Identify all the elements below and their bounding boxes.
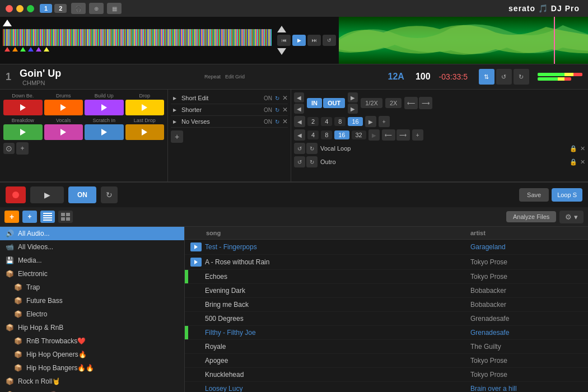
sidebar-item-rnb-throwbacks[interactable]: 📦 RnB Throwbacks❤️	[0, 334, 184, 348]
cue-btn-3[interactable]	[85, 100, 124, 115]
headphone-icon[interactable]: 🎧	[71, 3, 86, 14]
settings-btn[interactable]: ⚙ ▾	[559, 211, 584, 223]
cue-btn-1[interactable]	[3, 100, 43, 115]
track-row-0[interactable]: Test - Fingerpops Garageland	[185, 240, 588, 255]
minimize-button[interactable]	[16, 5, 24, 12]
track-row-2[interactable]: Echoes Tokyo Prose	[185, 270, 588, 284]
waveform-mini[interactable]	[3, 29, 272, 46]
cue-btn-8[interactable]	[125, 124, 165, 140]
loop-back-btn[interactable]: ◀	[294, 92, 304, 102]
add-crate-btn[interactable]: +	[22, 211, 37, 223]
track-row-4[interactable]: Bring me Back Bobabacker	[185, 298, 588, 312]
bg-add2-btn[interactable]: +	[412, 129, 423, 141]
cue-1[interactable]: Down Be.	[3, 93, 43, 115]
sidebar-item-electro[interactable]: 📦 Electro	[0, 307, 184, 321]
track-row-9[interactable]: Knucklehead Tokyo Prose	[185, 368, 588, 382]
outro-loop-lock[interactable]: 🔒	[570, 158, 577, 166]
sync-arrow-btn[interactable]: ⇅	[479, 69, 494, 85]
cue-7[interactable]: Scratch In	[85, 118, 124, 140]
add-cue-btn[interactable]: +	[16, 142, 29, 155]
loop-play-3[interactable]: ▶	[171, 118, 179, 125]
save-btn[interactable]: Save	[519, 188, 549, 202]
track-row-3[interactable]: Evening Dark Bobabacker	[185, 284, 588, 298]
sidebar-item-all-audio[interactable]: 🔊 All Audio...	[0, 227, 184, 240]
loop-fwd2-btn[interactable]: ▶	[348, 104, 358, 114]
repeat-label[interactable]: Repeat	[204, 74, 221, 80]
bg-back2-btn[interactable]: ◀	[294, 129, 305, 141]
sidebar-item-hip-hop-openers[interactable]: 📦 Hip Hop Openers🔥	[0, 348, 184, 361]
cue-8[interactable]: Last Drop	[125, 118, 165, 140]
sidebar-item-electronic[interactable]: 📦 Electronic	[0, 267, 184, 281]
needle-icon[interactable]: ⊙	[3, 143, 15, 154]
loop-item-3[interactable]: ▶ No Verses ON ↻ ✕	[171, 116, 288, 128]
sidebar-item-hip-hop[interactable]: 📦 Hip Hop & RnB	[0, 321, 184, 334]
sync-rotate-btn[interactable]: ↺	[496, 69, 512, 85]
cue-3[interactable]: Build Up	[85, 93, 124, 115]
rec-btn[interactable]	[6, 186, 26, 203]
loop-fwd-btn[interactable]: ◀	[294, 104, 304, 114]
list-view-btn[interactable]	[40, 211, 55, 223]
outro-back[interactable]: ↺	[294, 156, 305, 167]
add-track-btn[interactable]: +	[4, 211, 19, 223]
cue-btn-2[interactable]	[44, 100, 83, 115]
track-row-10[interactable]: Loosey Lucy Brain over a hill	[185, 382, 588, 392]
out-btn[interactable]: OUT	[323, 98, 345, 108]
edit-grid-label[interactable]: Edit Grid	[225, 74, 245, 80]
pitch-down-btn[interactable]	[277, 48, 286, 55]
sidebar-item-future-bass[interactable]: 📦 Future Bass	[0, 294, 184, 307]
loop-item-2[interactable]: ▶ Shorter ON ↻ ✕	[171, 104, 288, 116]
loop-sync-2[interactable]: ↻	[275, 107, 279, 113]
add-loop-btn[interactable]: +	[171, 130, 183, 143]
cue-2[interactable]: Drums	[44, 93, 83, 115]
bg-fwd2-btn[interactable]: ▶	[368, 129, 380, 141]
track-row-7[interactable]: Royale The Guilty	[185, 340, 588, 354]
loop-sync-1[interactable]: ↻	[275, 95, 279, 101]
waveform-left[interactable]	[0, 17, 274, 64]
track-row-5[interactable]: 500 Degrees Grenadesafe	[185, 312, 588, 326]
cue-4[interactable]: Drop	[125, 93, 165, 115]
sidebar-item-hip-hop-bangers[interactable]: 📦 Hip Hop Bangers🔥🔥	[0, 361, 184, 375]
loop-rev-btn[interactable]: ▶	[348, 92, 358, 102]
vocal-loop-x[interactable]: ✕	[580, 145, 585, 152]
bg-left-btn[interactable]: ⟵	[382, 129, 395, 141]
grid-icon[interactable]: ▦	[107, 3, 122, 14]
sidebar-item-rock[interactable]: 📦 Rock n Roll🤘	[0, 375, 184, 388]
play-pause-btn[interactable]: ▶	[292, 35, 306, 46]
bg-add-btn[interactable]: +	[379, 116, 390, 127]
double-x-btn[interactable]: 2X	[385, 98, 402, 108]
pitch-up-btn[interactable]	[277, 26, 286, 32]
prev-track-btn[interactable]: ⏮	[277, 35, 291, 46]
waveform-scroll-left[interactable]	[3, 20, 12, 26]
loop-del-1[interactable]: ✕	[282, 94, 288, 102]
cue-btn-7[interactable]	[85, 124, 124, 140]
next-track-btn[interactable]: ⏭	[307, 35, 321, 46]
cue-btn-4[interactable]	[125, 100, 165, 115]
loop-s-btn[interactable]: Loop S	[552, 188, 582, 202]
cue-btn-6[interactable]	[44, 124, 83, 140]
maximize-button[interactable]	[27, 5, 34, 12]
record-icon[interactable]: ⊕	[89, 3, 104, 14]
track-row-1[interactable]: A - Rose without Rain Tokyo Prose	[185, 255, 588, 270]
loop-play-2[interactable]: ▶	[171, 106, 179, 114]
deck-tab-2[interactable]: 2	[54, 4, 67, 13]
cue-5[interactable]: Breakdow	[3, 118, 43, 140]
on-btn[interactable]: ON	[68, 186, 96, 203]
waveform-right[interactable]	[339, 17, 588, 64]
loop-right-arrow[interactable]: ⟶	[419, 97, 432, 109]
loop-left-arrow[interactable]: ⟵	[404, 97, 418, 109]
loop-del-2[interactable]: ✕	[282, 106, 288, 114]
bg-num2-16[interactable]: 16	[334, 130, 349, 139]
bg-back-btn[interactable]: ◀	[294, 116, 305, 127]
sidebar-item-trap[interactable]: 📦 Trap	[0, 281, 184, 294]
loop-play-1[interactable]: ▶	[171, 94, 179, 102]
vocal-loop-lock[interactable]: 🔒	[570, 145, 577, 152]
half-x-btn[interactable]: 1/2X	[361, 98, 382, 108]
loop-del-3[interactable]: ✕	[282, 118, 288, 125]
bg-fwd-btn[interactable]: ▶	[365, 116, 376, 127]
vl-back[interactable]: ↺	[294, 143, 305, 154]
bg-num-16-active[interactable]: 16	[348, 117, 362, 126]
sync-circle-btn[interactable]: ↻	[514, 69, 529, 85]
sidebar-item-all-videos[interactable]: 📹 All Videos...	[0, 240, 184, 254]
sidebar-item-media[interactable]: 💾 Media...	[0, 254, 184, 267]
in-btn[interactable]: IN	[307, 98, 322, 108]
